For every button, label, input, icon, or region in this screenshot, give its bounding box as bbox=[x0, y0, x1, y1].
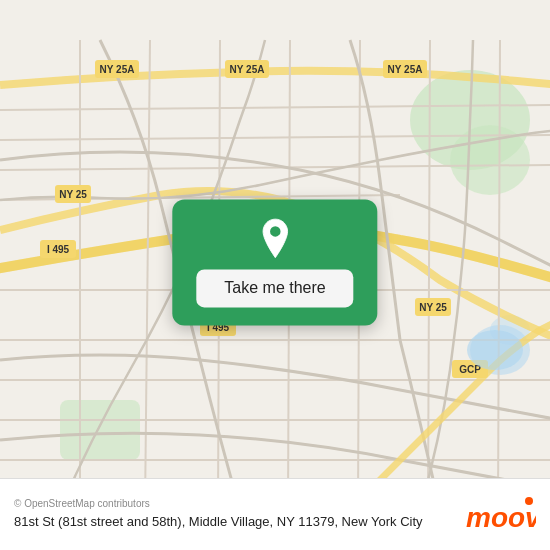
svg-text:NY 25A: NY 25A bbox=[230, 64, 265, 75]
osm-attribution: © OpenStreetMap contributors bbox=[14, 498, 150, 509]
svg-rect-3 bbox=[60, 400, 140, 460]
attribution-text: © OpenStreetMap contributors bbox=[14, 498, 454, 509]
svg-text:I 495: I 495 bbox=[47, 244, 70, 255]
svg-text:moovit: moovit bbox=[466, 502, 536, 533]
svg-point-41 bbox=[269, 225, 281, 237]
address-block: © OpenStreetMap contributors 81st St (81… bbox=[14, 498, 454, 531]
bottom-bar: © OpenStreetMap contributors 81st St (81… bbox=[0, 478, 550, 550]
map-container: NY 25A NY 25A NY 25A NY 25 NY 25 I 495 I… bbox=[0, 0, 550, 550]
moovit-logo-svg: moovit bbox=[466, 495, 536, 535]
svg-point-43 bbox=[525, 497, 533, 505]
location-card: Take me there bbox=[172, 199, 377, 325]
location-pin-icon bbox=[254, 217, 296, 259]
svg-text:NY 25: NY 25 bbox=[419, 302, 447, 313]
svg-text:NY 25A: NY 25A bbox=[100, 64, 135, 75]
svg-point-40 bbox=[467, 330, 523, 370]
take-me-there-button[interactable]: Take me there bbox=[196, 269, 353, 307]
svg-text:NY 25A: NY 25A bbox=[388, 64, 423, 75]
svg-text:NY 25: NY 25 bbox=[59, 189, 87, 200]
moovit-logo: moovit bbox=[466, 495, 536, 535]
address-text: 81st St (81st street and 58th), Middle V… bbox=[14, 513, 454, 531]
